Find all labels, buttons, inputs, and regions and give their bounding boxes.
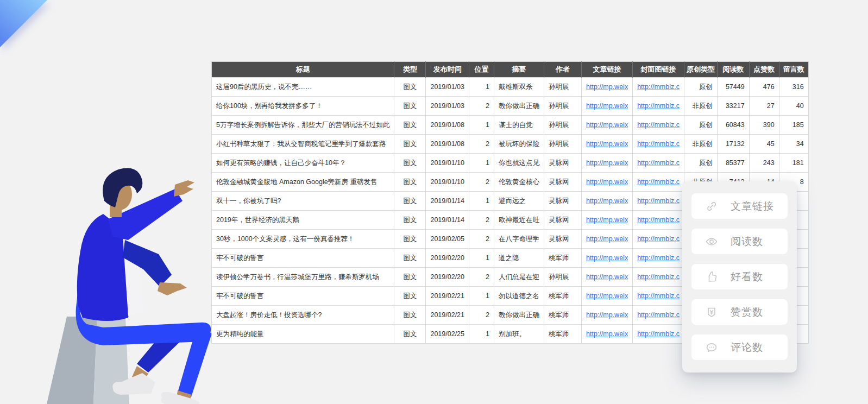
cell-article_link: http://mp.weix bbox=[582, 97, 633, 116]
comment-icon bbox=[705, 341, 718, 354]
article-link[interactable]: http://mp.weix bbox=[586, 197, 628, 205]
field-option-label: 评论数 bbox=[731, 340, 763, 355]
cell-type: 图文 bbox=[394, 211, 426, 230]
article-link[interactable]: http://mp.weix bbox=[586, 216, 628, 224]
thumbs-up-icon bbox=[705, 270, 718, 283]
cover-link[interactable]: http://mmbiz.c bbox=[637, 140, 680, 148]
cell-date: 2019/02/20 bbox=[426, 249, 469, 268]
cell-comments: 185 bbox=[779, 116, 808, 135]
cell-likes: 390 bbox=[749, 116, 779, 135]
cell-date: 2019/01/03 bbox=[426, 78, 469, 97]
cover-link[interactable]: http://mmbiz.c bbox=[637, 83, 680, 91]
cell-type: 图文 bbox=[394, 287, 426, 306]
cover-link[interactable]: http://mmbiz.c bbox=[637, 235, 680, 243]
cell-original: 原创 bbox=[684, 78, 717, 97]
article-link[interactable]: http://mp.weix bbox=[586, 311, 628, 319]
cell-title: 牢不可破的誓言 bbox=[212, 287, 394, 306]
article-link[interactable]: http://mp.weix bbox=[586, 273, 628, 281]
cover-link[interactable]: http://mmbiz.c bbox=[637, 311, 680, 319]
column-header-likes: 点赞数 bbox=[749, 62, 779, 78]
cell-cover_link: http://mmbiz.c bbox=[633, 230, 684, 249]
table-header-row: 标题类型发布时间位置摘要作者文章链接封面图链接原创类型阅读数点赞数留言数 bbox=[212, 62, 809, 78]
cell-article_link: http://mp.weix bbox=[582, 230, 633, 249]
cell-date: 2019/01/08 bbox=[426, 116, 469, 135]
cell-title: 伦敦金融城黄金腹地 Amazon Google旁新房 重磅发售 bbox=[212, 173, 394, 192]
cell-position: 2 bbox=[469, 173, 494, 192]
field-option-label: 赞赏数 bbox=[731, 305, 763, 319]
export-preview-screen: 标题类型发布时间位置摘要作者文章链接封面图链接原创类型阅读数点赞数留言数 这届9… bbox=[0, 0, 868, 404]
cover-link[interactable]: http://mmbiz.c bbox=[637, 216, 680, 224]
field-option-reward[interactable]: 赞赏数 bbox=[691, 299, 788, 325]
cell-title: 牢不可破的誓言 bbox=[212, 249, 394, 268]
article-link[interactable]: http://mp.weix bbox=[586, 121, 628, 129]
cell-cover_link: http://mmbiz.c bbox=[633, 325, 684, 344]
cell-date: 2019/02/21 bbox=[426, 287, 469, 306]
cell-summary: 别加班。 bbox=[494, 325, 544, 344]
field-option-thumbs-up[interactable]: 好看数 bbox=[691, 264, 788, 289]
article-link[interactable]: http://mp.weix bbox=[586, 330, 628, 338]
reward-icon bbox=[705, 306, 718, 319]
cell-summary: 欧神最近在吐 bbox=[494, 211, 544, 230]
field-option-link[interactable]: 文章链接 bbox=[691, 193, 788, 219]
cell-article_link: http://mp.weix bbox=[582, 211, 633, 230]
cell-type: 图文 bbox=[394, 154, 426, 173]
cell-summary: 伦敦黄金核心 bbox=[494, 173, 544, 192]
cover-link[interactable]: http://mmbiz.c bbox=[637, 159, 680, 167]
cell-summary: 教你做出正确 bbox=[494, 306, 544, 325]
field-option-comment[interactable]: 评论数 bbox=[691, 334, 788, 360]
cell-cover_link: http://mmbiz.c bbox=[633, 116, 684, 135]
pedestal-dark-face bbox=[47, 317, 97, 404]
column-header-article_link: 文章链接 bbox=[582, 62, 633, 78]
article-link[interactable]: http://mp.weix bbox=[586, 83, 628, 91]
cell-author: 灵脉网 bbox=[544, 211, 582, 230]
cover-link[interactable]: http://mmbiz.c bbox=[637, 292, 680, 300]
cell-original: 原创 bbox=[684, 116, 717, 135]
article-link[interactable]: http://mp.weix bbox=[586, 292, 628, 300]
cell-position: 1 bbox=[469, 78, 494, 97]
cell-type: 图文 bbox=[394, 268, 426, 287]
column-header-position: 位置 bbox=[469, 62, 494, 78]
cell-reads: 57449 bbox=[717, 78, 749, 97]
cell-date: 2019/02/20 bbox=[426, 268, 469, 287]
cell-original: 非原创 bbox=[684, 97, 717, 116]
eye-icon bbox=[705, 235, 718, 248]
article-link[interactable]: http://mp.weix bbox=[586, 140, 628, 148]
cell-summary: 勿以道德之名 bbox=[494, 287, 544, 306]
cell-original: 非原创 bbox=[684, 135, 717, 154]
cell-author: 孙明展 bbox=[544, 135, 582, 154]
cover-link[interactable]: http://mmbiz.c bbox=[637, 121, 680, 129]
field-option-eye[interactable]: 阅读数 bbox=[691, 229, 788, 254]
cell-article_link: http://mp.weix bbox=[582, 78, 633, 97]
cell-author: 灵脉网 bbox=[544, 230, 582, 249]
cell-likes: 243 bbox=[749, 154, 779, 173]
table-row: 5万字增长案例拆解告诉你，那些大厂的营销玩法不过如此图文2019/01/081谋… bbox=[212, 116, 809, 135]
article-link[interactable]: http://mp.weix bbox=[586, 102, 628, 110]
cell-summary: 人们总是在迎 bbox=[494, 268, 544, 287]
article-link[interactable]: http://mp.weix bbox=[586, 159, 628, 167]
corner-triangle-decoration bbox=[0, 0, 65, 65]
cell-type: 图文 bbox=[394, 249, 426, 268]
cell-type: 图文 bbox=[394, 135, 426, 154]
cell-summary: 被玩坏的保险 bbox=[494, 135, 544, 154]
cell-article_link: http://mp.weix bbox=[582, 287, 633, 306]
cover-link[interactable]: http://mmbiz.c bbox=[637, 197, 680, 205]
cover-link[interactable]: http://mmbiz.c bbox=[637, 254, 680, 262]
cover-link[interactable]: http://mmbiz.c bbox=[637, 273, 680, 281]
cell-cover_link: http://mmbiz.c bbox=[633, 135, 684, 154]
cell-article_link: http://mp.weix bbox=[582, 135, 633, 154]
article-link[interactable]: http://mp.weix bbox=[586, 235, 628, 243]
cell-article_link: http://mp.weix bbox=[582, 154, 633, 173]
cover-link[interactable]: http://mmbiz.c bbox=[637, 330, 680, 338]
cell-date: 2019/02/25 bbox=[426, 325, 469, 344]
cover-link[interactable]: http://mmbiz.c bbox=[637, 178, 680, 186]
article-link[interactable]: http://mp.weix bbox=[586, 254, 628, 262]
link-icon bbox=[705, 200, 718, 213]
cell-author: 孙明展 bbox=[544, 78, 582, 97]
column-header-type: 类型 bbox=[394, 62, 426, 78]
cell-date: 2019/01/10 bbox=[426, 154, 469, 173]
cell-article_link: http://mp.weix bbox=[582, 116, 633, 135]
cell-title: 大盘起涨！房价走低！投资选哪个? bbox=[212, 306, 394, 325]
cover-link[interactable]: http://mmbiz.c bbox=[637, 102, 680, 110]
cell-date: 2019/01/10 bbox=[426, 173, 469, 192]
article-link[interactable]: http://mp.weix bbox=[586, 178, 628, 186]
